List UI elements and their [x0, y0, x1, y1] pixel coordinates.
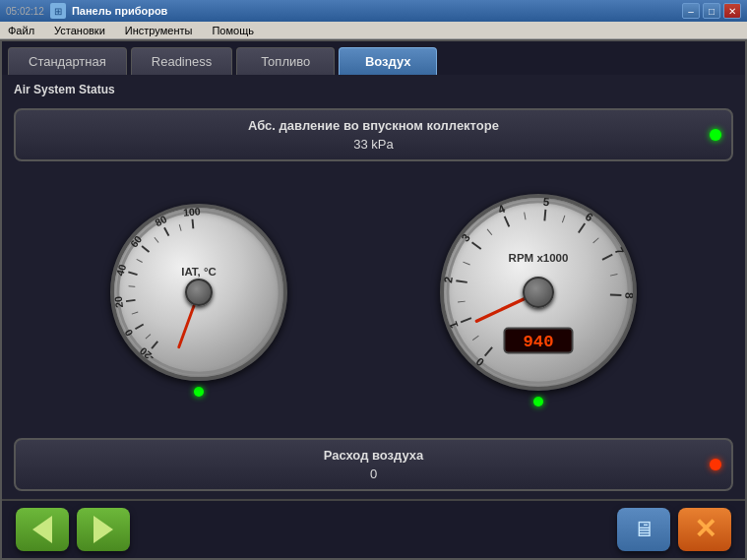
main-window: Стандартная Readiness Топливо Воздух Air…: [0, 39, 747, 560]
rpm-gauge: 0 1 2 3 4: [440, 194, 637, 391]
back-arrow-icon: [32, 516, 52, 543]
svg-line-45: [458, 301, 466, 302]
monitor-icon: 🖥: [633, 517, 654, 542]
svg-line-40: [602, 254, 612, 259]
forward-button[interactable]: [77, 508, 130, 551]
svg-line-21: [179, 224, 181, 230]
rpm-indicator: [533, 397, 543, 406]
svg-line-18: [128, 285, 135, 286]
right-buttons: 🖥 ✕: [617, 508, 731, 551]
svg-text:940: 940: [524, 332, 554, 350]
nav-buttons: [16, 508, 130, 551]
svg-line-38: [579, 222, 585, 232]
tab-standard[interactable]: Стандартная: [8, 47, 127, 75]
svg-line-28: [461, 318, 471, 322]
svg-line-49: [563, 215, 566, 221]
svg-line-36: [545, 209, 546, 219]
svg-line-6: [126, 299, 135, 300]
window-title: Панель приборов: [72, 5, 167, 17]
gauges-row: -20 0 20 40 60 80 10: [14, 169, 733, 430]
svg-line-32: [472, 242, 481, 249]
svg-line-16: [146, 334, 151, 338]
svg-line-8: [128, 272, 137, 275]
section-title: Air System Status: [14, 83, 733, 96]
back-button[interactable]: [16, 508, 69, 551]
svg-text:IAT, °C: IAT, °C: [181, 265, 217, 277]
bottom-bar: 🖥 ✕: [2, 499, 745, 558]
forward-arrow-icon: [93, 516, 113, 543]
bottom-widget-value: 0: [370, 467, 377, 481]
tab-fuel[interactable]: Топливо: [236, 47, 335, 75]
tab-bar: Стандартная Readiness Топливо Воздух: [2, 41, 745, 75]
minimize-button[interactable]: –: [682, 3, 700, 19]
svg-line-44: [472, 336, 478, 341]
svg-line-46: [464, 262, 470, 265]
svg-line-30: [457, 280, 467, 282]
svg-line-4: [135, 324, 143, 329]
menu-tools[interactable]: Инструменты: [121, 25, 197, 36]
svg-text:80: 80: [153, 213, 168, 228]
top-status-widget: Абс. давление во впускном коллекторе 33 …: [14, 108, 733, 161]
tab-air[interactable]: Воздух: [339, 47, 437, 75]
svg-line-26: [485, 346, 492, 355]
menu-file[interactable]: Файл: [4, 25, 38, 36]
svg-text:2: 2: [444, 276, 455, 283]
close-window-button[interactable]: ✕: [723, 3, 741, 19]
svg-text:20: 20: [114, 295, 125, 308]
iat-gauge-container: -20 0 20 40 60 80 10: [110, 204, 287, 397]
svg-line-10: [142, 246, 149, 252]
maximize-button[interactable]: □: [703, 3, 720, 19]
svg-line-34: [505, 216, 510, 226]
window-icon: ⊞: [50, 3, 66, 19]
svg-line-48: [525, 212, 526, 219]
bottom-widget-indicator: [710, 459, 721, 470]
svg-line-19: [136, 259, 142, 262]
iat-gauge: -20 0 20 40 60 80 10: [110, 204, 287, 381]
top-widget-value: 33 kPa: [353, 137, 393, 152]
title-bar: 05:02:12 ⊞ Панель приборов – □ ✕: [0, 0, 747, 22]
svg-text:8: 8: [623, 291, 633, 298]
svg-text:5: 5: [543, 198, 551, 208]
top-widget-label: Абс. давление во впускном коллекторе: [248, 118, 499, 133]
svg-text:100: 100: [182, 208, 201, 218]
time-display: 05:02:12: [6, 6, 44, 17]
svg-line-50: [593, 237, 599, 242]
svg-text:0: 0: [122, 327, 135, 338]
svg-text:40: 40: [114, 262, 128, 277]
svg-line-12: [164, 227, 168, 235]
svg-line-51: [610, 274, 617, 276]
svg-line-20: [155, 237, 158, 242]
svg-line-2: [152, 341, 157, 347]
menu-settings[interactable]: Установки: [50, 25, 109, 36]
monitor-button[interactable]: 🖥: [617, 508, 670, 551]
rpm-gauge-container: 0 1 2 3 4: [440, 194, 637, 406]
exit-button[interactable]: ✕: [678, 508, 731, 551]
top-widget-indicator: [710, 129, 721, 141]
iat-indicator: [194, 387, 204, 397]
menu-help[interactable]: Помощь: [208, 25, 258, 36]
bottom-widget-label: Расход воздуха: [324, 448, 424, 463]
svg-line-17: [132, 312, 138, 314]
tab-readiness[interactable]: Readiness: [131, 47, 232, 75]
window-controls: – □ ✕: [682, 3, 741, 19]
content-area: Air System Status Абс. давление во впуск…: [2, 75, 745, 499]
rpm-gauge-center: [523, 277, 554, 308]
svg-text:RPM x1000: RPM x1000: [509, 252, 569, 264]
close-icon: ✕: [694, 516, 716, 543]
svg-line-14: [192, 218, 193, 228]
svg-text:7: 7: [613, 245, 627, 256]
menu-bar: Файл Установки Инструменты Помощь: [0, 22, 747, 39]
bottom-status-widget: Расход воздуха 0: [14, 438, 733, 491]
svg-line-47: [487, 228, 492, 234]
iat-gauge-center: [185, 279, 213, 306]
